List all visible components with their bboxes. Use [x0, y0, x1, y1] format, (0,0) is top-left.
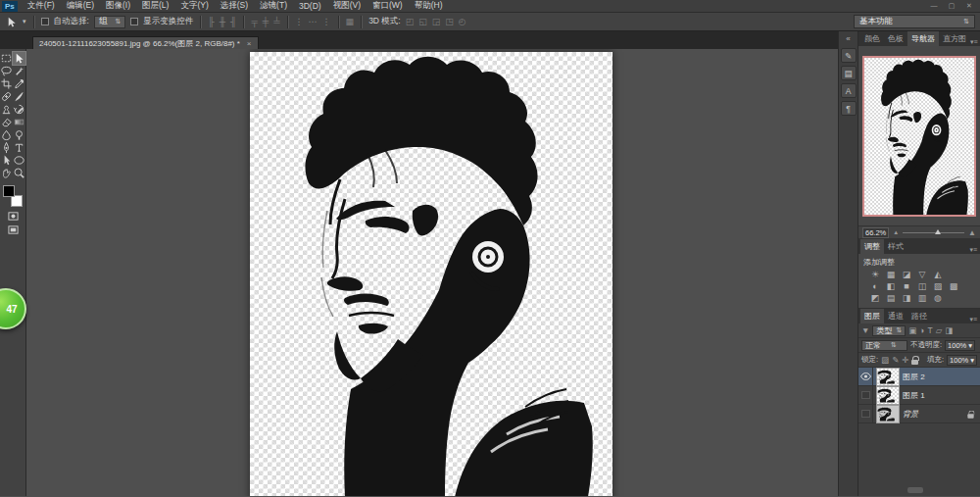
- hue-saturation-icon[interactable]: ◐: [869, 281, 881, 292]
- 3d-roll-icon[interactable]: ◱: [418, 18, 427, 26]
- layer-name[interactable]: 图层 2: [903, 372, 925, 382]
- ellipse-tool[interactable]: [13, 154, 25, 167]
- eraser-tool[interactable]: [0, 116, 13, 128]
- align-top-edges-icon[interactable]: ╤: [251, 18, 257, 26]
- zoom-in-icon[interactable]: ▲: [968, 228, 976, 237]
- tab-layers[interactable]: 图层: [860, 309, 884, 323]
- lock-paint-icon[interactable]: ✎: [892, 355, 899, 365]
- tab-swatches[interactable]: 色板: [884, 31, 907, 46]
- filter-type-layers-icon[interactable]: T: [927, 325, 932, 335]
- layer-name[interactable]: 背景: [903, 409, 918, 420]
- eyedropper-tool[interactable]: [13, 77, 25, 90]
- 3d-slide-icon[interactable]: ◳: [445, 18, 454, 26]
- levels-icon[interactable]: ▦: [885, 270, 897, 280]
- menu-image[interactable]: 图像(I): [100, 0, 136, 12]
- menu-3d[interactable]: 3D(D): [293, 1, 327, 11]
- menu-window[interactable]: 窗口(W): [367, 0, 409, 12]
- panel-menu-icon[interactable]: ▾≡: [970, 38, 980, 46]
- layer-name[interactable]: 图层 1: [903, 390, 925, 401]
- zoom-slider-thumb[interactable]: [935, 229, 941, 234]
- layer-row-layer1[interactable]: 图层 1: [858, 386, 980, 405]
- minimize-button[interactable]: —: [928, 2, 940, 10]
- menu-select[interactable]: 选择(S): [215, 0, 254, 12]
- hand-tool[interactable]: [0, 167, 13, 179]
- magic-wand-tool[interactable]: [13, 65, 25, 77]
- blur-tool[interactable]: [0, 128, 13, 141]
- color-balance-icon[interactable]: ◧: [885, 281, 897, 292]
- filter-pixel-layers-icon[interactable]: ▣: [908, 325, 916, 335]
- layer-thumbnail[interactable]: [877, 387, 899, 404]
- move-tool[interactable]: [13, 52, 25, 65]
- 3d-scale-icon[interactable]: ◴: [459, 18, 466, 26]
- align-vertical-centers-icon[interactable]: ╪: [263, 18, 269, 26]
- crop-tool[interactable]: [0, 77, 13, 90]
- lasso-tool[interactable]: [0, 65, 13, 77]
- selective-color-icon[interactable]: ◍: [932, 293, 944, 304]
- dodge-tool[interactable]: [13, 128, 25, 141]
- navigator-preview[interactable]: [864, 58, 974, 215]
- document-canvas[interactable]: [250, 52, 612, 496]
- gradient-tool[interactable]: [13, 116, 25, 128]
- threshold-icon[interactable]: ◨: [901, 293, 912, 304]
- maximize-button[interactable]: ▢: [946, 2, 957, 10]
- gradient-map-icon[interactable]: ▥: [916, 293, 928, 304]
- layer-thumbnail[interactable]: [877, 406, 899, 422]
- tab-adjustments[interactable]: 调整: [860, 239, 884, 254]
- filter-smart-objects-icon[interactable]: ◨: [945, 325, 953, 335]
- paragraph-panel-icon[interactable]: ¶: [841, 101, 857, 116]
- zoom-slider[interactable]: [903, 232, 964, 233]
- lock-all-icon[interactable]: [911, 360, 918, 365]
- path-selection-tool[interactable]: [0, 154, 13, 167]
- expand-panels-icon[interactable]: «: [846, 34, 850, 43]
- visibility-toggle[interactable]: [858, 386, 873, 404]
- close-button[interactable]: ✕: [963, 2, 975, 10]
- exposure-icon[interactable]: ▽: [916, 270, 928, 280]
- menu-layer[interactable]: 图层(L): [136, 0, 174, 12]
- canvas-area[interactable]: [26, 49, 838, 496]
- foreground-color-swatch[interactable]: [3, 185, 15, 197]
- screen-mode-icon[interactable]: [7, 224, 20, 235]
- black-white-icon[interactable]: ■: [901, 281, 912, 292]
- tab-paths[interactable]: 路径: [907, 309, 931, 323]
- 3d-drag-icon[interactable]: ◲: [432, 18, 441, 26]
- menu-help[interactable]: 帮助(H): [409, 0, 449, 12]
- document-tab[interactable]: 240501-12111623055891.jpg @ 66.2%(图层 2, …: [32, 36, 259, 49]
- brightness-contrast-icon[interactable]: ☀: [869, 270, 881, 280]
- tab-styles[interactable]: 样式: [884, 239, 907, 254]
- distribute-left-icon[interactable]: ⋮: [295, 18, 304, 26]
- layer-thumbnail[interactable]: [877, 369, 899, 385]
- clone-source-panel-icon[interactable]: ▤: [841, 66, 857, 80]
- tab-color[interactable]: 颜色: [860, 31, 884, 46]
- quick-mask-icon[interactable]: [7, 211, 20, 222]
- auto-select-checkbox[interactable]: [41, 18, 49, 25]
- panel-menu-icon[interactable]: ▾≡: [969, 246, 980, 254]
- visibility-toggle[interactable]: [858, 368, 873, 385]
- 3d-rotate-icon[interactable]: ◰: [406, 18, 415, 26]
- curves-icon[interactable]: ◪: [901, 270, 912, 280]
- tab-histogram[interactable]: 直方图: [939, 31, 970, 46]
- distribute-right-icon[interactable]: ⋮: [322, 18, 331, 26]
- brush-tool[interactable]: [13, 90, 25, 103]
- pen-tool[interactable]: [0, 141, 13, 154]
- opacity-value[interactable]: 100%▾: [945, 340, 975, 351]
- align-right-edges-icon[interactable]: ╢: [230, 18, 236, 26]
- workspace-switcher[interactable]: 基本功能 ⇅: [854, 15, 975, 28]
- menu-view[interactable]: 视图(V): [327, 0, 367, 12]
- photo-filter-icon[interactable]: ◫: [916, 281, 928, 292]
- invert-icon[interactable]: ◩: [869, 293, 881, 304]
- zoom-tool[interactable]: [13, 167, 25, 179]
- menu-filter[interactable]: 滤镜(T): [254, 0, 293, 12]
- tool-preset-arrow-icon[interactable]: ▾: [23, 18, 26, 25]
- align-bottom-edges-icon[interactable]: ╧: [273, 18, 279, 26]
- filter-adjustment-layers-icon[interactable]: ◑: [919, 325, 924, 335]
- visibility-toggle[interactable]: [858, 405, 873, 422]
- history-brush-tool[interactable]: [13, 103, 25, 116]
- auto-select-dropdown[interactable]: 组 ⇅: [94, 16, 125, 28]
- show-transform-checkbox[interactable]: [130, 18, 138, 25]
- menu-file[interactable]: 文件(F): [22, 0, 61, 12]
- layer-row-layer2[interactable]: 图层 2: [858, 368, 980, 386]
- lock-transparency-icon[interactable]: ▨: [881, 355, 889, 365]
- fill-value[interactable]: 100%▾: [947, 355, 977, 366]
- align-left-edges-icon[interactable]: ╟: [208, 18, 214, 26]
- menu-edit[interactable]: 编辑(E): [61, 0, 100, 12]
